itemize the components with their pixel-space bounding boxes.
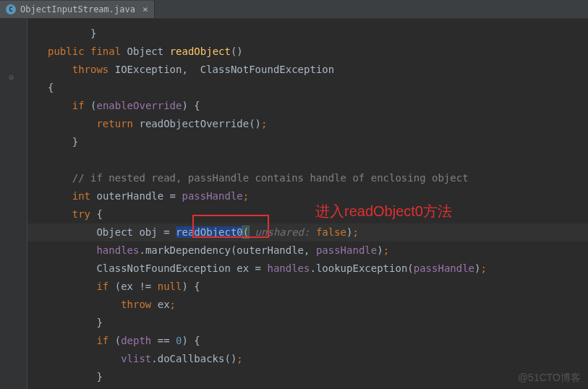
code-area[interactable]: } public final Object readObject() throw… [27,19,588,389]
code-line: ClassNotFoundException ex = handles.look… [27,260,588,278]
code-line-active: Object obj = readObject0( unshared: fals… [27,223,588,241]
code-line: handles.markDependency(outerHandle, pass… [27,241,588,260]
collapse-icon[interactable]: ⊖ [9,72,14,82]
selected-identifier: readObject0 [176,226,243,238]
code-line: // if nested read, passHandle contains h… [27,169,588,187]
code-line [27,151,588,169]
java-class-icon [6,4,16,14]
editor-area: ⊖ } public final Object readObject() thr… [0,19,588,389]
file-tab[interactable]: ObjectInputStream.java × [0,1,155,18]
code-line: try { [27,205,588,223]
code-line: if (depth == 0) { [27,332,588,350]
watermark: @51CTO博客 [518,372,581,385]
code-line: throws IOException, ClassNotFoundExcepti… [27,61,588,79]
tab-label: ObjectInputStream.java [20,4,135,14]
code-line: } [27,133,588,151]
code-line: } [27,368,588,386]
code-line: return obj; [27,386,588,389]
code-line: int outerHandle = passHandle; [27,187,588,205]
code-line: if (ex != null) { [27,278,588,296]
code-line: return readObjectOverride(); [27,115,588,133]
code-line: public final Object readObject() [27,43,588,61]
code-line: } [27,314,588,332]
code-line: throw ex; [27,296,588,314]
code-line: { [27,79,588,97]
code-line: } [27,25,588,43]
code-line: if (enableOverride) { [27,97,588,115]
gutter[interactable]: ⊖ [0,19,27,389]
code-line: vlist.doCallbacks(); [27,350,588,368]
tab-bar: ObjectInputStream.java × [0,0,588,19]
close-icon[interactable]: × [142,4,148,14]
